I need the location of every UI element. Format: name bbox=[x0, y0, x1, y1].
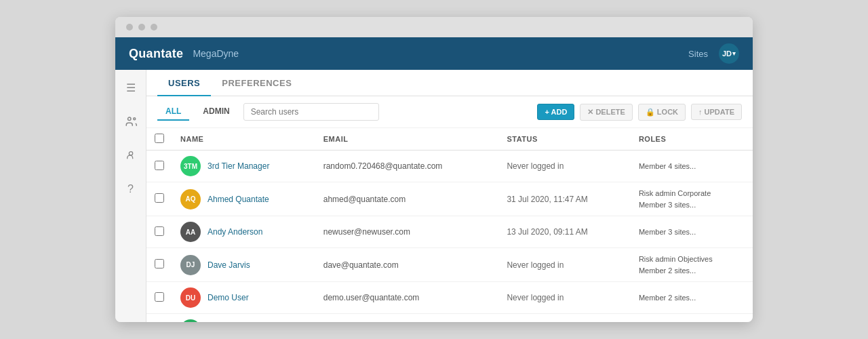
user-avatar: DU bbox=[180, 287, 201, 308]
user-avatar: D2 bbox=[180, 319, 201, 322]
email-header: EMAIL bbox=[315, 128, 499, 151]
user-status-cell: 31 Jul 2020, 11:47 AM bbox=[498, 182, 630, 216]
select-all-checkbox[interactable] bbox=[155, 134, 164, 143]
main-layout: ☰ ? USERS PRE bbox=[115, 70, 753, 322]
users-list: NAME EMAIL STATUS ROLES 3TM3rd Tier Mana… bbox=[146, 128, 753, 322]
tabs-bar: USERS PREFERENCES bbox=[146, 70, 753, 96]
row-checkbox-cell bbox=[146, 248, 172, 282]
user-email-cell: newuser@newuser.com bbox=[315, 216, 499, 248]
row-checkbox-cell bbox=[146, 282, 172, 314]
user-status-cell: 13 Jul 2020, 09:11 AM bbox=[498, 216, 630, 248]
svg-point-0 bbox=[127, 117, 131, 121]
row-checkbox[interactable] bbox=[155, 259, 164, 268]
filter-admin-button[interactable]: ADMIN bbox=[195, 103, 237, 121]
user-status-cell: Never logged in bbox=[498, 314, 630, 323]
user-avatar: DJ bbox=[180, 255, 201, 275]
select-all-header bbox=[146, 128, 172, 151]
user-email-cell: dave@quantate.com bbox=[315, 248, 499, 282]
user-name-cell: DJDave Jarvis bbox=[172, 248, 315, 282]
table-row: D2Demo1 2demo1.2@quantate.comNever logge… bbox=[146, 314, 753, 323]
org-name: MegaDyne bbox=[193, 48, 239, 59]
user-avatar: AQ bbox=[180, 189, 201, 210]
table-row: 3TM3rd Tier Managerrandom0.720468@quanta… bbox=[146, 151, 753, 182]
svg-point-1 bbox=[133, 118, 135, 120]
user-status-cell: Never logged in bbox=[498, 248, 630, 282]
user-roles-cell: Risk admin CorporateMember 3 sites... bbox=[631, 182, 753, 216]
user-icon[interactable] bbox=[120, 144, 142, 166]
delete-button[interactable]: ✕ DELETE bbox=[580, 104, 632, 121]
tab-preferences[interactable]: PREFERENCES bbox=[211, 70, 302, 96]
user-status-cell: Never logged in bbox=[498, 151, 630, 182]
table-row: AQAhmed Quantateahmed@quantate.com31 Jul… bbox=[146, 182, 753, 216]
name-header: NAME bbox=[172, 128, 315, 151]
lock-button[interactable]: 🔒 LOCK bbox=[638, 104, 686, 121]
row-checkbox[interactable] bbox=[155, 193, 164, 203]
update-button[interactable]: ↑ UPDATE bbox=[691, 104, 742, 120]
browser-window: Quantate MegaDyne Sites JD ☰ bbox=[115, 17, 753, 322]
users-table: NAME EMAIL STATUS ROLES 3TM3rd Tier Mana… bbox=[146, 128, 753, 322]
svg-point-2 bbox=[129, 152, 132, 155]
user-name-cell: AAAndy Anderson bbox=[172, 216, 315, 248]
sites-link[interactable]: Sites bbox=[688, 49, 708, 59]
user-roles-cell: Member 10 sites... bbox=[631, 314, 753, 323]
user-status-cell: Never logged in bbox=[498, 282, 630, 314]
user-email-cell: ahmed@quantate.com bbox=[315, 182, 499, 216]
user-menu-button[interactable]: JD bbox=[719, 43, 739, 64]
content-area: USERS PREFERENCES ALL ADMIN + ADD ✕ DELE… bbox=[146, 70, 753, 322]
browser-dot-3 bbox=[151, 24, 157, 31]
search-input[interactable] bbox=[243, 103, 379, 121]
user-name-label[interactable]: Demo User bbox=[208, 293, 249, 302]
menu-icon[interactable]: ☰ bbox=[120, 77, 142, 98]
user-roles-cell: Member 3 sites... bbox=[631, 216, 753, 248]
table-row: AAAndy Andersonnewuser@newuser.com13 Jul… bbox=[146, 216, 753, 248]
user-name-label[interactable]: Ahmed Quantate bbox=[208, 195, 269, 204]
row-checkbox-cell bbox=[146, 216, 172, 248]
app-container: Quantate MegaDyne Sites JD ☰ bbox=[115, 37, 753, 322]
add-button[interactable]: + ADD bbox=[537, 104, 574, 120]
status-header: STATUS bbox=[498, 128, 630, 151]
row-checkbox[interactable] bbox=[155, 226, 164, 236]
help-icon[interactable]: ? bbox=[120, 178, 142, 200]
user-name-cell: 3TM3rd Tier Manager bbox=[172, 151, 315, 182]
sidebar: ☰ ? bbox=[115, 70, 146, 322]
user-avatar: AA bbox=[180, 222, 201, 242]
toolbar: ALL ADMIN + ADD ✕ DELETE 🔒 LOCK ↑ UPDATE bbox=[146, 96, 753, 128]
row-checkbox[interactable] bbox=[155, 292, 164, 302]
user-name-label[interactable]: Dave Jarvis bbox=[208, 260, 250, 270]
user-avatar: 3TM bbox=[180, 156, 201, 176]
browser-dot-1 bbox=[126, 24, 133, 31]
tab-users[interactable]: USERS bbox=[157, 70, 211, 96]
filter-all-button[interactable]: ALL bbox=[157, 103, 189, 121]
roles-header: ROLES bbox=[631, 128, 753, 151]
table-header-row: NAME EMAIL STATUS ROLES bbox=[146, 128, 753, 151]
org-icon[interactable] bbox=[120, 111, 142, 132]
app-title: Quantate bbox=[129, 47, 183, 61]
user-email-cell: demo1.2@quantate.com bbox=[315, 314, 499, 323]
browser-dot-2 bbox=[138, 24, 145, 31]
user-name-cell: DUDemo User bbox=[172, 282, 315, 314]
user-name-label[interactable]: Andy Anderson bbox=[208, 227, 262, 237]
user-roles-cell: Member 2 sites... bbox=[631, 282, 753, 314]
user-name-cell: AQAhmed Quantate bbox=[172, 182, 315, 216]
table-row: DUDemo Userdemo.user@quantate.comNever l… bbox=[146, 282, 753, 314]
row-checkbox[interactable] bbox=[155, 161, 164, 170]
user-roles-cell: Member 4 sites... bbox=[631, 151, 753, 182]
row-checkbox-cell bbox=[146, 182, 172, 216]
user-email-cell: random0.720468@quantate.com bbox=[315, 151, 499, 182]
user-email-cell: demo.user@quantate.com bbox=[315, 282, 499, 314]
row-checkbox-cell bbox=[146, 151, 172, 182]
top-nav: Quantate MegaDyne Sites JD bbox=[115, 37, 753, 70]
table-row: DJDave Jarvisdave@quantate.comNever logg… bbox=[146, 248, 753, 282]
user-name-label[interactable]: 3rd Tier Manager bbox=[208, 161, 269, 171]
user-name-cell: D2Demo1 2 bbox=[172, 314, 315, 323]
user-roles-cell: Risk admin ObjectivesMember 2 sites... bbox=[631, 248, 753, 282]
row-checkbox-cell bbox=[146, 314, 172, 323]
browser-chrome bbox=[115, 17, 753, 37]
